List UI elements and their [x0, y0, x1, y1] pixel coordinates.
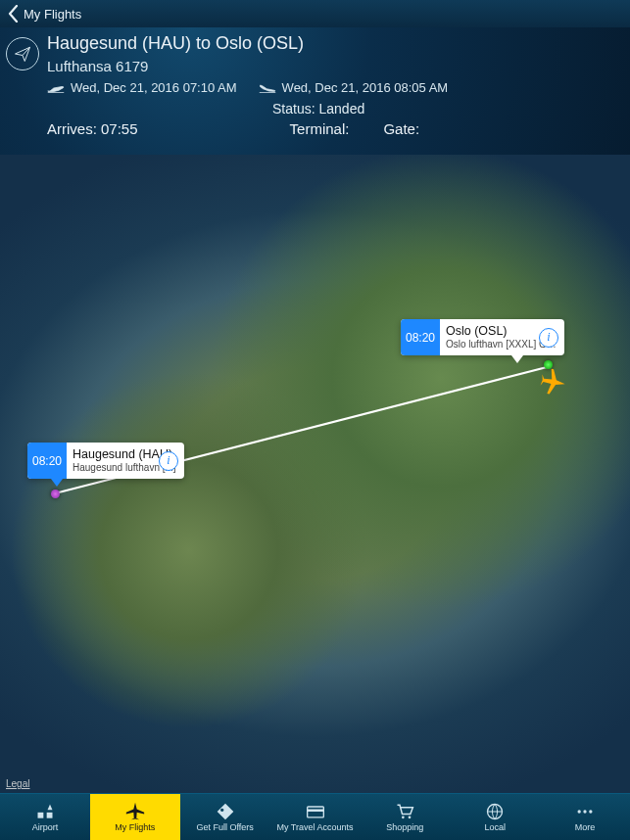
- nav-bar: My Flights: [0, 0, 630, 27]
- tab-label: More: [575, 822, 596, 832]
- svg-point-4: [402, 817, 405, 819]
- tab-local[interactable]: Local: [450, 794, 540, 840]
- svg-rect-3: [307, 810, 323, 813]
- svg-rect-0: [37, 813, 43, 818]
- departure-time: Wed, Dec 21, 2016 07:10 AM: [71, 80, 237, 95]
- svg-point-5: [409, 817, 412, 819]
- arrives-value: 07:55: [101, 120, 138, 137]
- status-label: Status:: [272, 101, 315, 117]
- chevron-left-icon: [8, 5, 20, 23]
- map-view[interactable]: 08:20 Haugesund (HAU) Haugesund lufthavn…: [0, 155, 630, 793]
- back-button[interactable]: My Flights: [0, 5, 89, 23]
- tab-label: Local: [484, 822, 506, 832]
- send-icon[interactable]: [6, 37, 39, 70]
- origin-callout[interactable]: 08:20 Haugesund (HAU) Haugesund lufthavn…: [27, 443, 184, 479]
- plane-icon: [125, 802, 145, 821]
- airline-flight-number: Lufthansa 6179: [47, 58, 618, 74]
- arrives-label: Arrives:: [47, 120, 97, 137]
- more-icon: [575, 802, 595, 821]
- globe-icon: [485, 802, 505, 821]
- plane-takeoff-icon: [47, 81, 65, 95]
- tab-shopping[interactable]: Shopping: [360, 794, 450, 840]
- tab-label: My Flights: [115, 822, 155, 832]
- airport-icon: [35, 802, 55, 821]
- destination-time-badge: 08:20: [401, 319, 440, 355]
- destination-info-button[interactable]: i: [539, 328, 558, 348]
- tab-offers[interactable]: Get Full Offers: [180, 794, 270, 840]
- route-title: Haugesund (HAU) to Oslo (OSL): [47, 33, 618, 54]
- tab-label: Shopping: [386, 822, 423, 832]
- svg-rect-2: [307, 807, 323, 817]
- svg-point-7: [578, 810, 581, 813]
- svg-point-9: [589, 810, 592, 813]
- plane-marker-icon: [537, 366, 568, 397]
- tab-accounts[interactable]: My Travel Accounts: [270, 794, 361, 840]
- app-root: My Flights Haugesund (HAU) to Oslo (OSL)…: [0, 0, 630, 840]
- tab-my-flights[interactable]: My Flights: [90, 794, 180, 840]
- svg-point-8: [583, 810, 586, 813]
- back-label: My Flights: [24, 7, 81, 22]
- cart-icon: [395, 802, 414, 821]
- tab-label: My Travel Accounts: [276, 822, 353, 832]
- terminal-label: Terminal:: [290, 120, 350, 137]
- origin-info-button[interactable]: i: [159, 451, 178, 471]
- destination-callout[interactable]: 08:20 Oslo (OSL) Oslo lufthavn [XXXL] G……: [401, 319, 564, 355]
- tab-label: Get Full Offers: [196, 822, 253, 832]
- card-icon: [306, 802, 325, 821]
- tab-more[interactable]: More: [540, 794, 630, 840]
- legal-link[interactable]: Legal: [6, 778, 29, 789]
- svg-rect-1: [47, 813, 53, 818]
- tab-airport[interactable]: Airport: [0, 794, 90, 840]
- origin-time-badge: 08:20: [27, 443, 67, 479]
- plane-landing-icon: [259, 81, 276, 95]
- arrival-time: Wed, Dec 21, 2016 08:05 AM: [282, 80, 449, 95]
- tab-bar: Airport My Flights Get Full Offers My Tr…: [0, 793, 630, 840]
- gate-label: Gate:: [383, 120, 419, 137]
- tag-icon: [216, 802, 235, 821]
- status-value: Landed: [318, 101, 364, 117]
- tab-label: Airport: [32, 822, 59, 832]
- origin-dot: [51, 490, 60, 498]
- flight-info-panel: Haugesund (HAU) to Oslo (OSL) Lufthansa …: [0, 27, 630, 155]
